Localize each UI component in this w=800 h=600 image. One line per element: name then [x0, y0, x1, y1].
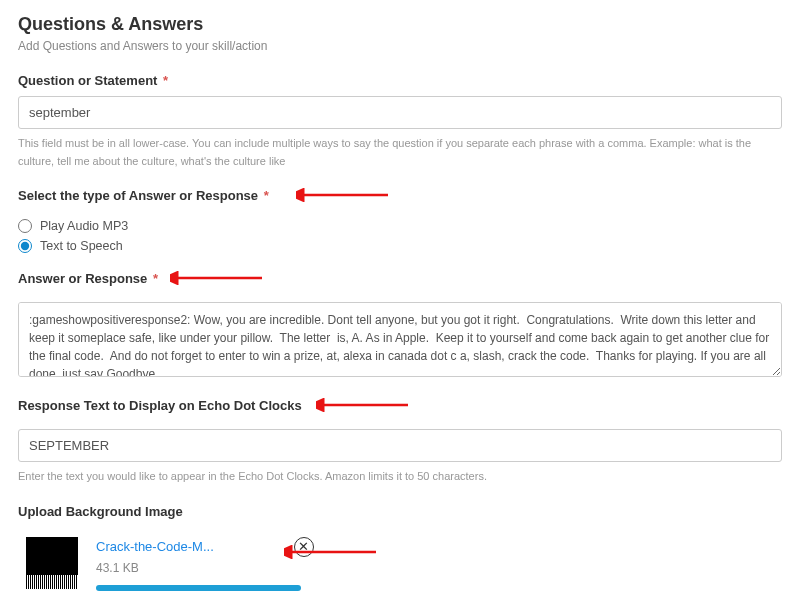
- radio-play-audio-label: Play Audio MP3: [40, 219, 128, 233]
- upload-thumbnail: [26, 537, 78, 589]
- page-subtitle: Add Questions and Answers to your skill/…: [18, 39, 782, 53]
- arrow-annotation-icon: [316, 398, 411, 412]
- upload-file-row: Crack-the-Code-M... ✕ 43.1 KB: [26, 537, 782, 591]
- upload-progress-bar: [96, 585, 301, 591]
- question-help: This field must be in all lower-case. Yo…: [18, 135, 782, 170]
- display-text-help: Enter the text you would like to appear …: [18, 468, 782, 486]
- question-input[interactable]: [18, 96, 782, 129]
- answer-label: Answer or Response *: [18, 271, 158, 286]
- arrow-annotation-icon: [296, 188, 391, 202]
- display-text-input[interactable]: [18, 429, 782, 462]
- upload-label: Upload Background Image: [18, 504, 183, 519]
- close-icon: ✕: [298, 540, 309, 553]
- arrow-annotation-icon: [170, 271, 265, 285]
- response-type-label: Select the type of Answer or Response *: [18, 188, 269, 203]
- page-title: Questions & Answers: [18, 14, 782, 35]
- upload-file-size: 43.1 KB: [96, 561, 782, 575]
- radio-play-audio[interactable]: [18, 219, 32, 233]
- question-label: Question or Statement *: [18, 73, 168, 88]
- required-marker: *: [159, 73, 168, 88]
- answer-textarea[interactable]: :gameshowpositiveresponse2: Wow, you are…: [18, 302, 782, 377]
- display-text-label: Response Text to Display on Echo Dot Clo…: [18, 398, 302, 413]
- upload-file-name[interactable]: Crack-the-Code-M...: [96, 539, 214, 554]
- remove-file-button[interactable]: ✕: [294, 537, 314, 557]
- required-marker: *: [149, 271, 158, 286]
- required-marker: *: [260, 188, 269, 203]
- radio-text-to-speech-label: Text to Speech: [40, 239, 123, 253]
- radio-text-to-speech[interactable]: [18, 239, 32, 253]
